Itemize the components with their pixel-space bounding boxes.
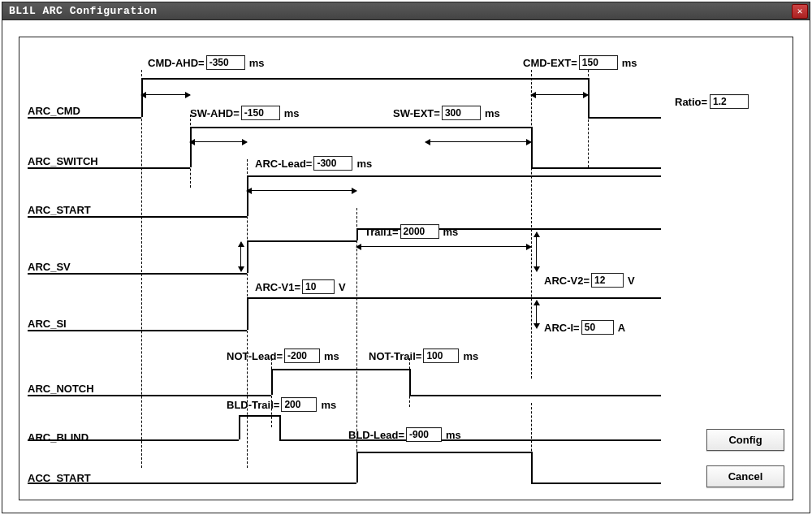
close-icon: ✕ — [797, 6, 803, 16]
dialog-window: BL1L ARC Configuration ✕ ARC_CMD — [2, 2, 810, 513]
arrow-arc-lead — [247, 190, 356, 191]
input-arc-v1[interactable] — [302, 279, 335, 294]
param-cmd-ext: CMD-EXT= ms — [523, 55, 637, 70]
input-ratio[interactable] — [710, 94, 749, 109]
arrow-trail1 — [356, 246, 531, 247]
titlebar: BL1L ARC Configuration ✕ — [2, 2, 810, 20]
arrow-cmd-ahd — [141, 94, 190, 95]
input-trail1[interactable] — [400, 224, 439, 239]
arrow-sw-ext — [425, 141, 531, 142]
arrow-sw-ahd — [190, 141, 247, 142]
signal-arc-start: ARC_START — [28, 204, 91, 216]
client-area: ARC_CMD CMD-AHD= ms CMD-EXT= ms — [2, 20, 810, 513]
param-bld-lead: BLD-Lead= ms — [348, 427, 461, 442]
param-arc-i: ARC-I= A — [544, 320, 625, 335]
param-not-lead: NOT-Lead= ms — [227, 348, 339, 363]
param-sw-ahd: SW-AHD= ms — [190, 106, 300, 120]
arrow-v1 — [240, 242, 241, 271]
right-panel: Ratio= Config Cancel — [675, 37, 784, 500]
input-not-trail[interactable] — [423, 348, 459, 363]
input-not-lead[interactable] — [284, 348, 320, 363]
timing-diagram: ARC_CMD CMD-AHD= ms CMD-EXT= ms — [19, 37, 671, 500]
input-sw-ahd[interactable] — [241, 106, 280, 120]
guide-sw-ext-left — [531, 70, 532, 379]
input-arc-lead[interactable] — [313, 156, 352, 171]
param-arc-v1: ARC-V1= V — [255, 279, 346, 294]
arrow-i — [536, 301, 537, 328]
input-arc-i[interactable] — [581, 320, 614, 335]
frame: ARC_CMD CMD-AHD= ms CMD-EXT= ms — [19, 37, 793, 500]
signal-arc-switch: ARC_SWITCH — [28, 155, 98, 167]
param-bld-trail: BLD-Trail= ms — [227, 397, 336, 412]
arrow-cmd-ext — [531, 94, 588, 95]
param-cmd-ahd: CMD-AHD= ms — [148, 55, 265, 70]
close-button[interactable]: ✕ — [792, 4, 808, 19]
param-trail1: Trail1= ms — [365, 224, 458, 239]
signal-arc-si: ARC_SI — [28, 318, 67, 330]
input-cmd-ext[interactable] — [579, 55, 618, 70]
config-button[interactable]: Config — [706, 429, 784, 451]
param-ratio: Ratio= — [675, 94, 749, 109]
input-arc-v2[interactable] — [591, 273, 624, 288]
signal-arc-blind: ARC_BLIND — [28, 431, 89, 444]
input-bld-lead[interactable] — [406, 427, 442, 442]
input-cmd-ahd[interactable] — [206, 55, 245, 70]
param-arc-lead: ARC-Lead= ms — [255, 156, 372, 171]
signal-arc-notch: ARC_NOTCH — [28, 383, 94, 395]
signal-arc-cmd: ARC_CMD — [28, 105, 80, 117]
cancel-button[interactable]: Cancel — [706, 465, 784, 487]
input-sw-ext[interactable] — [442, 106, 481, 120]
guide-cmd-ahd — [141, 70, 142, 468]
param-arc-v2: ARC-V2= V — [544, 273, 635, 288]
param-not-trail: NOT-Trail= ms — [369, 348, 478, 363]
signal-arc-sv: ARC_SV — [28, 261, 71, 273]
input-bld-trail[interactable] — [281, 397, 317, 412]
param-sw-ext: SW-EXT= ms — [393, 106, 500, 120]
window-title: BL1L ARC Configuration — [9, 5, 158, 17]
arrow-v2 — [536, 232, 537, 271]
